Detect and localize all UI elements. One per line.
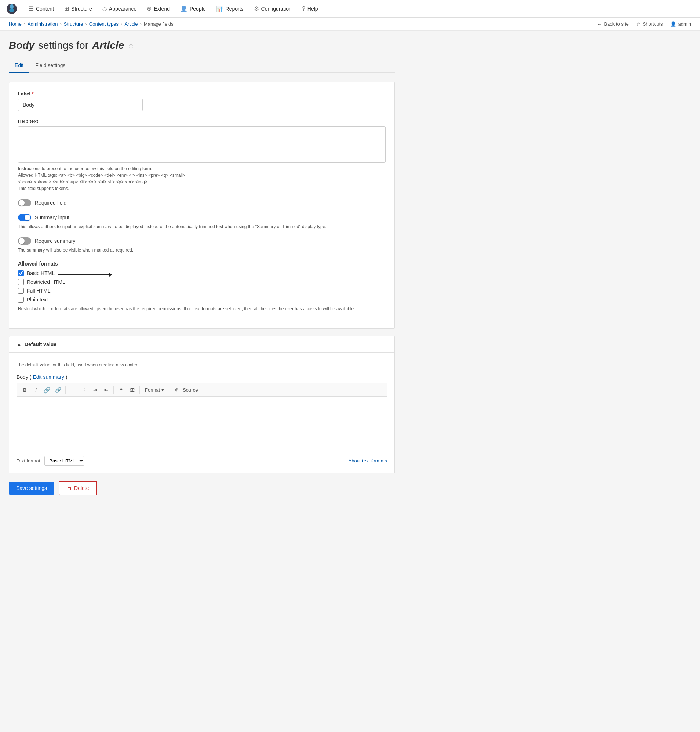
chevron-up-icon: ▲ xyxy=(16,342,22,347)
nav-item-reports[interactable]: 📊 Reports xyxy=(211,0,249,18)
label-field-label: Label * xyxy=(18,91,385,97)
help-text-input[interactable] xyxy=(18,126,385,163)
format-dropdown[interactable]: Format ▾ xyxy=(142,386,167,394)
body-editor-label: Body ( Edit summary ) xyxy=(16,374,387,380)
restricted-html-row: Restricted HTML xyxy=(18,279,385,285)
default-value-description: The default value for this field, used w… xyxy=(16,362,387,368)
toggle-knob-3 xyxy=(19,238,25,244)
top-nav: ☰ Content ⊞ Structure ◇ Appearance ⊕ Ext… xyxy=(0,0,700,18)
favorite-star-icon[interactable]: ☆ xyxy=(128,41,134,50)
content-icon: ☰ xyxy=(29,5,34,12)
page-title: Body settings for Article ☆ xyxy=(9,40,395,51)
breadcrumb-content-types[interactable]: Content types xyxy=(89,21,119,27)
nav-item-people[interactable]: 👤 People xyxy=(175,0,211,18)
trash-icon: 🗑 xyxy=(67,485,72,491)
nav-item-appearance[interactable]: ◇ Appearance xyxy=(97,0,142,18)
summary-input-group: Summary input This allows authors to inp… xyxy=(18,214,385,230)
label-input[interactable] xyxy=(18,99,143,111)
svg-point-2 xyxy=(9,9,14,12)
tab-field-settings[interactable]: Field settings xyxy=(29,59,71,73)
allowed-formats-heading: Allowed formats xyxy=(18,261,385,267)
people-icon: 👤 xyxy=(180,5,187,12)
full-html-label: Full HTML xyxy=(27,288,51,294)
breadcrumb-administration[interactable]: Administration xyxy=(28,21,57,27)
full-html-checkbox[interactable] xyxy=(18,288,24,294)
basic-html-row: Basic HTML xyxy=(18,270,385,279)
bullet-list-button[interactable]: ≡ xyxy=(68,385,78,395)
nav-item-extend[interactable]: ⊕ Extend xyxy=(142,0,175,18)
delete-button[interactable]: 🗑 Delete xyxy=(59,481,97,496)
page-content: Body settings for Article ☆ Edit Field s… xyxy=(0,31,404,504)
save-settings-button[interactable]: Save settings xyxy=(9,481,54,495)
require-summary-toggle[interactable] xyxy=(18,237,31,245)
required-field-toggle[interactable] xyxy=(18,199,31,207)
breadcrumb-current: Manage fields xyxy=(144,21,174,27)
toggle-knob xyxy=(19,200,25,206)
nav-item-structure[interactable]: ⊞ Structure xyxy=(59,0,97,18)
indent-button[interactable]: ⇥ xyxy=(90,385,100,395)
reports-icon: 📊 xyxy=(216,5,224,12)
allowed-formats-hint: Restrict which text formats are allowed,… xyxy=(18,305,385,312)
nav-item-content[interactable]: ☰ Content xyxy=(24,0,59,18)
breadcrumb-structure[interactable]: Structure xyxy=(64,21,83,27)
source-button[interactable]: Source xyxy=(183,387,198,393)
help-text-hint: Instructions to present to the user belo… xyxy=(18,166,385,192)
toolbar-separator-4 xyxy=(169,386,169,393)
breadcrumb-home[interactable]: Home xyxy=(9,21,22,27)
arrow-line xyxy=(58,274,110,275)
numbered-list-button[interactable]: ⋮ xyxy=(79,385,89,395)
default-value-body: The default value for this field, used w… xyxy=(9,353,394,473)
default-value-section: ▲ Default value The default value for th… xyxy=(9,336,395,474)
blockquote-button[interactable]: ❝ xyxy=(116,385,126,395)
summary-input-toggle[interactable] xyxy=(18,214,31,221)
link-button[interactable]: 🔗 xyxy=(42,385,52,395)
plain-text-row: Plain text xyxy=(18,297,385,302)
allowed-formats-group: Allowed formats Basic HTML Restricted HT… xyxy=(18,261,385,312)
shortcuts-button[interactable]: ☆ Shortcuts xyxy=(636,21,663,27)
user-icon: 👤 xyxy=(670,21,676,27)
body-editor: B I 🔗 🔗 ≡ ⋮ ⇥ ⇤ ❝ 🖼 Format ▾ xyxy=(16,383,387,452)
main-nav: ☰ Content ⊞ Structure ◇ Appearance ⊕ Ext… xyxy=(24,0,694,18)
format-dropdown-arrow: ▾ xyxy=(162,387,164,393)
toolbar-separator-1 xyxy=(65,386,66,393)
require-summary-description: The summary will also be visible when ma… xyxy=(18,247,385,254)
required-indicator: * xyxy=(32,91,34,97)
toolbar-separator-2 xyxy=(113,386,114,393)
editor-body[interactable] xyxy=(17,397,387,452)
tab-edit[interactable]: Edit xyxy=(9,59,29,73)
about-text-formats-link[interactable]: About text formats xyxy=(349,458,387,464)
bold-button[interactable]: B xyxy=(20,385,30,395)
nav-item-help[interactable]: ? Help xyxy=(297,0,323,18)
toggle-knob-2 xyxy=(25,214,31,220)
italic-button[interactable]: I xyxy=(31,385,41,395)
text-format-row: Text format Basic HTML About text format… xyxy=(16,456,387,466)
restricted-html-checkbox[interactable] xyxy=(18,279,24,285)
default-value-header[interactable]: ▲ Default value xyxy=(9,336,394,353)
arrow-annotation xyxy=(58,273,112,277)
breadcrumb-bar: Home › Administration › Structure › Cont… xyxy=(0,18,700,31)
edit-summary-link[interactable]: Edit summary xyxy=(33,374,64,380)
configuration-icon: ⚙ xyxy=(254,5,259,12)
unlink-button[interactable]: 🔗 xyxy=(53,385,63,395)
full-html-row: Full HTML xyxy=(18,288,385,294)
required-field-group: Required field xyxy=(18,199,385,207)
structure-icon: ⊞ xyxy=(64,5,69,12)
tabs: Edit Field settings xyxy=(9,59,395,73)
nav-item-configuration[interactable]: ⚙ Configuration xyxy=(249,0,297,18)
back-to-site-button[interactable]: ← Back to site xyxy=(597,21,628,27)
help-text-label: Help text xyxy=(18,119,385,124)
text-format-label: Text format xyxy=(16,458,40,464)
drupal-logo[interactable] xyxy=(6,3,18,15)
summary-input-label: Summary input xyxy=(35,214,69,220)
outdent-button[interactable]: ⇤ xyxy=(101,385,111,395)
require-summary-group: Require summary The summary will also be… xyxy=(18,237,385,254)
admin-user-button[interactable]: 👤 admin xyxy=(670,21,691,27)
image-button[interactable]: 🖼 xyxy=(127,385,137,395)
source-icon[interactable]: ⊕ xyxy=(172,385,182,395)
plain-text-checkbox[interactable] xyxy=(18,297,24,302)
basic-html-checkbox[interactable] xyxy=(18,270,24,276)
text-format-select[interactable]: Basic HTML xyxy=(44,456,84,466)
breadcrumb-article[interactable]: Article xyxy=(124,21,138,27)
edit-form-card: Label * Help text Instructions to presen… xyxy=(9,82,395,329)
plain-text-label: Plain text xyxy=(27,297,48,302)
